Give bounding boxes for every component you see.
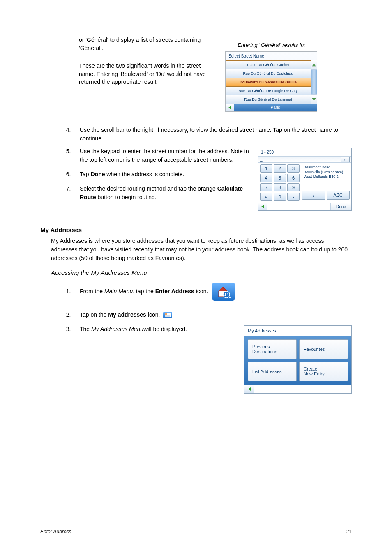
street-row[interactable]: Place Du Général Cochet	[226, 61, 311, 69]
my-addresses-menu-button[interactable]: Create New Entry	[299, 362, 348, 381]
select-street-screen: Select Street Name Place Du Général Coch…	[225, 51, 317, 112]
street-caption: Entering "Général' results in:	[225, 42, 318, 48]
scroll-down-icon[interactable]	[311, 94, 317, 104]
keypad-key[interactable]: 0	[274, 193, 286, 201]
keypad-key[interactable]: 3	[287, 164, 300, 173]
footer-page-number: 21	[346, 529, 352, 534]
my-addresses-screen: My Addresses Previous DestinationsFavour…	[244, 325, 352, 394]
my-addresses-screen-header: My Addresses	[244, 326, 351, 336]
svg-marker-0	[312, 64, 316, 66]
street-city-label: Paris	[234, 104, 317, 111]
keypad-key[interactable]: -	[287, 193, 300, 201]
step-6: Tap Done when the address is complete.	[76, 170, 250, 179]
street-row[interactable]: Boulevard Du Général De Gaulle	[226, 78, 311, 86]
keypad-address-preview: Beaumont RoadBournville (Birmingham)West…	[302, 164, 350, 191]
svg-marker-1	[312, 98, 316, 101]
access-step-1: From the Main Menu, tap the Enter Addres…	[76, 283, 236, 301]
access-step-2: Tap on the My addresses icon.	[76, 311, 236, 319]
keypad-key[interactable]: 7	[260, 183, 272, 191]
my-addresses-body: My Addresses is where you store addresse…	[51, 237, 352, 263]
svg-marker-2	[228, 106, 231, 109]
my-addresses-menu-button[interactable]: Favourites	[299, 339, 348, 359]
scroll-up-icon[interactable]	[311, 60, 317, 70]
keypad-input[interactable]: _	[260, 157, 263, 162]
step-4: Use the scroll bar to the right, if nece…	[76, 126, 352, 143]
svg-marker-3	[261, 205, 264, 208]
keypad-done-button[interactable]: Done	[330, 203, 351, 210]
footer-section: Enter Address	[40, 529, 71, 534]
my-addresses-menu-button[interactable]: Previous Destinations	[248, 339, 297, 359]
svg-text:14: 14	[224, 292, 228, 297]
keypad-key[interactable]: 6	[287, 174, 300, 182]
scroll-track[interactable]	[311, 70, 317, 94]
step-7: Select the desired routing method and ta…	[76, 184, 250, 202]
key-abc[interactable]: ABC	[327, 191, 350, 200]
my-addresses-icon	[163, 312, 172, 318]
keypad-key[interactable]: 5	[274, 174, 286, 182]
my-addresses-heading: My Addresses	[40, 226, 352, 233]
intro-paragraph-2: These are the two significant words in t…	[79, 62, 213, 86]
key-slash[interactable]: /	[302, 191, 325, 200]
street-scrollbar[interactable]	[311, 60, 317, 104]
svg-marker-13	[248, 387, 251, 391]
access-step-3: The My Addresses Menuwill be displayed.	[76, 325, 236, 334]
street-row[interactable]: Rue Du Général De Larminat	[226, 95, 311, 104]
backspace-button[interactable]: ←	[341, 157, 350, 162]
street-row[interactable]: Rue Du Général De Castelnau	[226, 69, 311, 78]
select-street-header: Select Street Name	[226, 52, 317, 60]
keypad-key[interactable]: 1	[260, 164, 272, 173]
my-addresses-menu-button[interactable]: List Addresses	[248, 362, 297, 381]
keypad-key[interactable]: #	[260, 193, 272, 201]
keypad-key[interactable]: 9	[287, 183, 300, 191]
svg-line-8	[229, 297, 231, 298]
street-row[interactable]: Rue Du Général De Langle De Cary	[226, 86, 311, 95]
svg-rect-10	[165, 313, 167, 315]
accessing-subhead: Accessing the My Addresses Menu	[51, 269, 352, 276]
keypad-back-button[interactable]	[258, 203, 267, 210]
street-back-button[interactable]	[226, 104, 234, 111]
keypad-key[interactable]: 4	[260, 174, 272, 182]
intro-paragraph-1: or 'Général' to display a list of street…	[79, 36, 213, 52]
keypad-key[interactable]: 2	[274, 164, 286, 173]
keypad-key[interactable]: 8	[274, 183, 286, 191]
my-addresses-back-button[interactable]	[244, 385, 254, 393]
svg-marker-5	[219, 287, 227, 291]
step-5: Use the keypad to enter the street numbe…	[76, 147, 250, 164]
enter-address-icon: 14	[212, 283, 235, 301]
keypad-screen: 1 - 250 _ ← 123456789#0- Beaumont RoadBo…	[258, 148, 352, 211]
keypad-range: 1 - 250	[258, 148, 351, 156]
